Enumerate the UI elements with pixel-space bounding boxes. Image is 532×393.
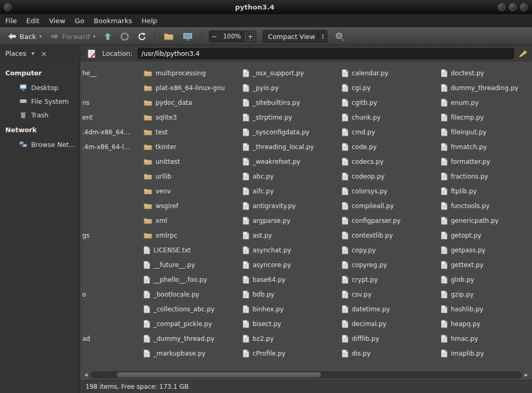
sidebar-item-trash[interactable]: Trash — [0, 108, 80, 122]
file-item[interactable]: decimal.py — [342, 317, 386, 331]
file-item[interactable]: LICENSE.txt — [143, 243, 191, 258]
file-item[interactable]: filecmp.py — [441, 110, 484, 125]
edit-location-icon[interactable] — [86, 48, 97, 59]
file-item[interactable]: _dummy_thread.py — [143, 331, 215, 346]
file-item[interactable]: codecs.py — [342, 154, 383, 169]
file-item[interactable]: __phello__.foo.py — [143, 272, 207, 287]
file-item[interactable]: urllib — [143, 169, 171, 184]
file-item[interactable]: hashlib.py — [441, 302, 483, 317]
file-item[interactable]: compileall.py — [342, 199, 394, 213]
file-item[interactable]: argparse.py — [243, 213, 291, 228]
file-item[interactable]: bisect.py — [243, 317, 281, 331]
file-item[interactable]: dis.py — [342, 346, 371, 361]
zoom-out-button[interactable]: − — [209, 32, 219, 41]
file-item[interactable]: getopt.py — [441, 228, 481, 243]
back-dropdown-icon[interactable]: ▾ — [40, 34, 42, 39]
file-item[interactable]: heapq.py — [441, 317, 480, 331]
window-menu-button[interactable] — [4, 3, 12, 11]
file-item[interactable]: enum.py — [441, 95, 479, 110]
file-item[interactable]: datetime.py — [342, 302, 390, 317]
file-item[interactable]: sqlite3 — [143, 110, 177, 125]
menu-bookmarks[interactable]: Bookmarks — [89, 15, 137, 26]
up-button[interactable] — [101, 31, 115, 43]
file-item[interactable]: asyncore.py — [243, 258, 291, 272]
file-item[interactable]: calendar.py — [342, 66, 389, 81]
file-item[interactable]: xml — [143, 213, 167, 228]
file-item[interactable]: plat-x86_64-linux-gnu — [143, 81, 225, 95]
file-item[interactable]: csv.py — [342, 287, 372, 302]
file-item[interactable]: bz2.py — [243, 331, 274, 346]
file-item[interactable]: _weakrefset.py — [243, 154, 301, 169]
maximize-button[interactable] — [509, 3, 517, 11]
file-item[interactable]: cgitb.py — [342, 95, 377, 110]
file-item[interactable]: codeop.py — [342, 169, 384, 184]
file-item[interactable]: chunk.py — [342, 110, 381, 125]
file-item[interactable]: glob.py — [441, 272, 474, 287]
file-item[interactable]: unittest — [143, 154, 180, 169]
menu-edit[interactable]: Edit — [22, 15, 44, 26]
file-item[interactable]: _markupbase.py — [143, 346, 206, 361]
sidebar-item-network[interactable]: Browse Net... — [0, 137, 80, 151]
file-item[interactable]: test — [143, 125, 168, 140]
search-button[interactable] — [332, 30, 348, 43]
menu-file[interactable]: File — [5, 15, 22, 26]
file-item[interactable]: binhex.py — [243, 302, 284, 317]
menu-help[interactable]: Help — [137, 15, 162, 26]
forward-dropdown-icon[interactable]: ▾ — [93, 34, 95, 39]
new-folder-button[interactable] — [160, 31, 177, 42]
forward-button[interactable]: Forward ▾ — [47, 31, 99, 42]
file-item[interactable]: cmd.py — [342, 125, 375, 140]
file-item[interactable]: antigravity.py — [243, 199, 296, 213]
file-item[interactable]: doctest.py — [441, 66, 484, 81]
refresh-button[interactable] — [134, 31, 150, 43]
file-item[interactable]: cgi.py — [342, 81, 371, 95]
file-item[interactable]: gettext.py — [441, 258, 483, 272]
file-item[interactable]: fileinput.py — [441, 125, 487, 140]
file-item[interactable]: difflib.py — [342, 331, 379, 346]
file-item[interactable]: _sitebuiltins.py — [243, 95, 300, 110]
file-item[interactable]: ent — [82, 110, 93, 125]
minimize-button[interactable] — [498, 3, 506, 11]
file-item[interactable]: venv — [143, 184, 171, 199]
file-item[interactable]: cProfile.py — [243, 346, 285, 361]
file-item[interactable]: _sysconfigdata.py — [243, 125, 309, 140]
file-item[interactable]: tkinter — [143, 140, 177, 154]
view-mode-selector[interactable]: Compact View ▴▾ — [263, 30, 327, 43]
menu-go[interactable]: Go — [70, 15, 89, 26]
file-item[interactable]: he__ — [82, 66, 96, 81]
file-item[interactable]: .4dm-x86_64... — [82, 125, 130, 140]
menu-view[interactable]: View — [44, 15, 70, 26]
file-item[interactable]: hmac.py — [441, 331, 478, 346]
file-item[interactable]: fractions.py — [441, 169, 488, 184]
file-item[interactable]: ns — [82, 95, 90, 110]
stop-button[interactable] — [117, 31, 132, 43]
file-item[interactable]: configparser.py — [342, 213, 401, 228]
back-button[interactable]: Back ▾ — [4, 31, 45, 42]
file-item[interactable]: _threading_local.py — [243, 140, 314, 154]
file-item[interactable]: multiprocessing — [143, 66, 206, 81]
file-item[interactable]: functools.py — [441, 199, 490, 213]
file-item[interactable]: _strptime.py — [243, 110, 292, 125]
horizontal-scrollbar[interactable]: ◂ ▸ — [80, 369, 532, 380]
file-item[interactable]: .4m-x86_64-l... — [82, 140, 130, 154]
file-item[interactable]: _osx_support.py — [243, 66, 304, 81]
file-item[interactable]: _collections_abc.py — [143, 302, 215, 317]
show-desktop-button[interactable] — [179, 31, 196, 43]
file-item[interactable]: ast.py — [243, 228, 272, 243]
file-item[interactable]: _compat_pickle.py — [143, 317, 212, 331]
file-item[interactable]: formatter.py — [441, 154, 490, 169]
file-item[interactable]: aifc.py — [243, 184, 274, 199]
file-item[interactable]: contextlib.py — [342, 228, 393, 243]
file-item[interactable]: _bootlocale.py — [143, 287, 199, 302]
scrollbar-trough[interactable] — [91, 371, 521, 378]
file-item[interactable]: base64.py — [243, 272, 285, 287]
scrollbar-thumb[interactable] — [117, 372, 321, 378]
sidebar-item-desktop[interactable]: Desktop — [0, 81, 80, 94]
file-item[interactable]: bdb.py — [243, 287, 274, 302]
file-item[interactable]: gzip.py — [441, 287, 473, 302]
file-item[interactable]: ad — [82, 331, 90, 346]
file-item[interactable]: imaplib.py — [441, 346, 484, 361]
file-item[interactable]: code.py — [342, 140, 376, 154]
file-item[interactable]: __future__.py — [143, 258, 195, 272]
places-dropdown-icon[interactable]: ▾ — [32, 50, 35, 57]
